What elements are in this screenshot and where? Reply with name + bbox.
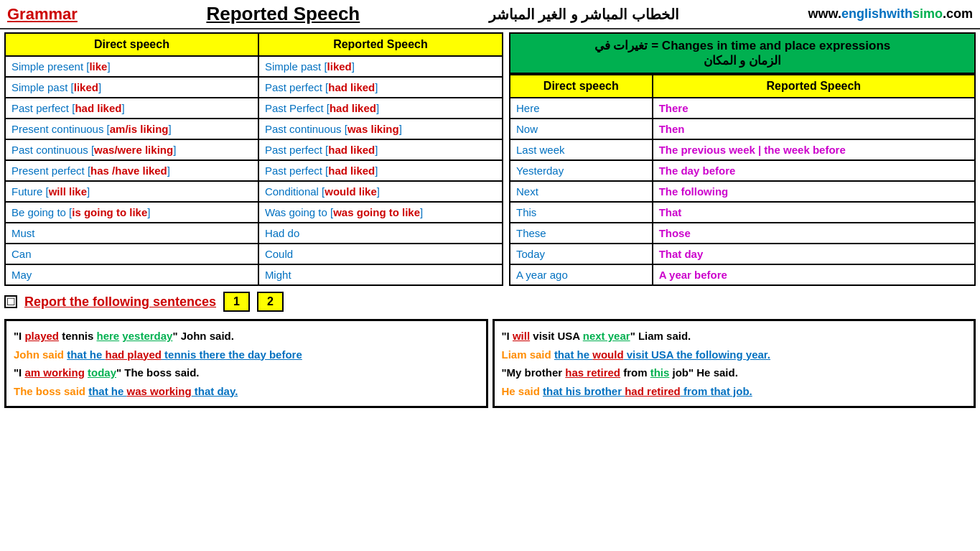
table-row: The following [653,181,975,202]
table-row: A year ago [510,264,653,285]
table-row: Present continuous [am/is liking] [5,119,258,139]
ex-left-line2: John said that he had played tennis ther… [14,346,479,364]
header: Grammar Reported Speech الخطاب المباشر و… [0,0,980,29]
report-title: Report the following sentences [24,295,216,310]
arabic-title: الخطاب المباشر و الغير المباشر [489,6,679,23]
table-row: Here [510,98,653,119]
page-2-button[interactable]: 2 [257,292,284,312]
table-row: That day [653,244,975,264]
ex-right-line1: "I will visit USA next year" Liam said. [502,327,967,346]
table-row: Present perfect [has /have liked] [5,160,258,181]
table-row: Then [653,119,975,139]
table-row: Could [258,244,503,264]
col-reported-speech: Reported Speech [258,33,503,56]
table-row: There [653,98,975,119]
table-row: Last week [510,139,653,160]
changes-arabic-2: الزمان و المكان [704,54,781,68]
right-col-reported: Reported Speech [653,75,975,98]
table-row: Past Perfect [had liked] [258,98,503,119]
website-suffix: .com [943,6,973,21]
website-prefix: www. [808,6,841,21]
table-row: This [510,202,653,223]
table-row: A year before [653,264,975,285]
table-row: Past perfect [had liked] [258,77,503,98]
grammar-label: Grammar [7,5,78,24]
changes-arabic-1: تغيرات في [594,39,648,52]
right-col-direct: Direct speech [510,75,653,98]
table-row: The previous week | the week before [653,139,975,160]
table-row: Simple past [liked] [5,77,258,98]
exercise-box-right: "I will visit USA next year" Liam said. … [493,319,976,408]
website-name: simo [913,6,943,21]
website-brand: englishwith [841,6,913,21]
table-row: Must [5,223,258,244]
table-row: Now [510,119,653,139]
table-row: Yesterday [510,160,653,181]
table-row: Those [653,223,975,244]
table-row: Past continuous [was liking] [258,119,503,139]
table-row: That [653,202,975,223]
exercise-area: "I played tennis here yesterday" John sa… [0,319,980,408]
website-label: www.englishwithsimo.com [808,6,973,22]
table-row: Past perfect [had liked] [258,160,503,181]
table-row: Be going to [is going to like] [5,202,258,223]
changes-header: Changes in time and place expressions = … [509,32,976,74]
ex-left-line1: "I played tennis here yesterday" John sa… [14,327,479,346]
table-row: Can [5,244,258,264]
exercise-box-left: "I played tennis here yesterday" John sa… [4,319,488,408]
main-content: Direct speech Reported Speech Simple pre… [0,29,980,318]
changes-english: Changes in time and place expressions = [648,39,890,52]
table-row: May [5,264,258,285]
ex-right-line2: Liam said that he would visit USA the fo… [502,346,967,364]
table-row: Simple past [liked] [258,56,503,77]
table-row: The day before [653,160,975,181]
right-section: Changes in time and place expressions = … [503,32,976,315]
left-section: Direct speech Reported Speech Simple pre… [4,32,503,315]
page-title: Reported Speech [206,3,360,25]
table-row: Past perfect [had liked] [5,98,258,119]
ex-left-line3: "I am working today" The boss said. [14,364,479,382]
table-row: Was going to [was going to like] [258,202,503,223]
table-row: These [510,223,653,244]
report-header: ☐ Report the following sentences 1 2 [4,292,503,312]
table-row: Next [510,181,653,202]
table-row: Past perfect [had liked] [258,139,503,160]
ex-right-line4: He said that his brother had retired fro… [502,382,967,401]
table-row: Today [510,244,653,264]
changes-table: Direct speech Reported Speech HereThereN… [509,74,976,286]
table-row: Future [will like] [5,181,258,202]
ex-left-line4: The boss said that he was working that d… [14,382,479,401]
page-1-button[interactable]: 1 [223,292,250,312]
direct-reported-table: Direct speech Reported Speech Simple pre… [4,32,503,286]
table-row: Might [258,264,503,285]
table-row: Simple present [like] [5,56,258,77]
checkbox-icon: ☐ [4,295,17,308]
col-direct-speech: Direct speech [5,33,258,56]
table-row: Past continuous [was/were liking] [5,139,258,160]
table-row: Had do [258,223,503,244]
ex-right-line3: "My brother has retired from this job" H… [502,364,967,382]
table-row: Conditional [would like] [258,181,503,202]
